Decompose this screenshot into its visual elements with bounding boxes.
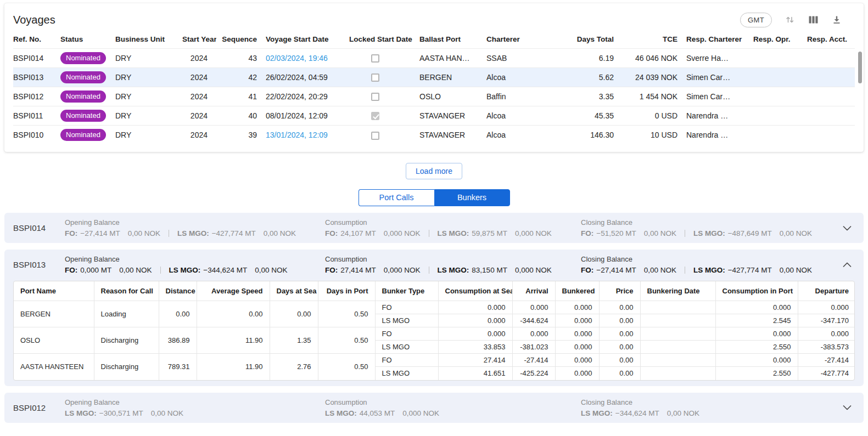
voyage-start-date-cell[interactable]: 22/02/2024, 20:29: [266, 87, 349, 106]
collapse-chevron-icon[interactable]: [843, 262, 852, 267]
section-label: Consumption: [325, 255, 581, 263]
tab-port-calls[interactable]: Port Calls: [359, 189, 434, 206]
locked-start-date-checkbox[interactable]: [371, 54, 379, 63]
sequence-cell: 39: [216, 126, 266, 145]
col-header-ref-no[interactable]: Ref. No.: [13, 31, 60, 49]
bunkers-table-wrap: Port Name Reason for Call Distance Avera…: [4, 280, 864, 386]
locked-start-date-checkbox[interactable]: [371, 73, 379, 82]
consumption-at-sea-cell: 41.651: [438, 367, 512, 380]
locked-start-date-checkbox[interactable]: [371, 93, 379, 101]
vertical-scrollbar[interactable]: [858, 52, 862, 83]
locked-start-date-cell: [349, 106, 419, 126]
locked-start-date-cell: [349, 87, 419, 106]
panel-header-bspi012[interactable]: BSPI012 Opening Balance LS MGO:−300,571 …: [4, 393, 864, 423]
col-header-tce[interactable]: TCE: [623, 31, 686, 49]
balance-entry: LS MGO:59,875 MT0,000 NOK: [421, 229, 552, 237]
tce-cell: 24 039 NOK: [623, 68, 686, 87]
section-label: Consumption: [325, 218, 581, 227]
col-header-sequence[interactable]: Sequence: [216, 31, 266, 49]
download-icon[interactable]: [832, 15, 842, 25]
section-label: Opening Balance: [65, 255, 325, 263]
col-header-status[interactable]: Status: [60, 31, 115, 49]
col-header-resp-charterer[interactable]: Resp. Charterer: [686, 31, 753, 49]
voyage-row[interactable]: BSPI012 Nominated DRY 2024 41 22/02/2024…: [13, 87, 855, 106]
card-header: Voyages GMT: [13, 3, 855, 29]
balance-entry: LS MGO:−344,624 MT0,00 NOK: [152, 266, 288, 274]
opening-balance-section: Opening Balance LS MGO:−300,571 MT0,00 N…: [65, 398, 325, 417]
resp-opr-cell: [753, 126, 807, 145]
resp-opr-cell: [753, 106, 807, 126]
voyage-row[interactable]: BSPI010 Nominated DRY 2024 39 13/01/2024…: [13, 126, 855, 145]
voyage-ref-link[interactable]: BSPI010: [13, 126, 60, 145]
panel-ref: BSPI014: [13, 223, 65, 233]
voyage-ref-link[interactable]: BSPI013: [13, 68, 60, 87]
status-badge: Nominated: [60, 71, 106, 83]
col-header-locked-start-date[interactable]: Locked Start Date: [349, 31, 419, 49]
col-header-days-total[interactable]: Days Total: [547, 31, 623, 49]
panel-header-bspi013[interactable]: BSPI013 Opening Balance FO:0,000 MT0,00 …: [4, 250, 864, 280]
col-header-business-unit[interactable]: Business Unit: [115, 31, 182, 49]
voyage-row[interactable]: BSPI011 Nominated DRY 2024 40 08/01/2024…: [13, 106, 855, 126]
bunkering-date-cell: [640, 341, 715, 354]
consumption-in-port-cell: 0.000: [715, 327, 798, 341]
expand-chevron-icon[interactable]: [843, 225, 852, 230]
voyage-start-date-cell[interactable]: 02/03/2024, 19:46: [266, 49, 349, 68]
sort-icon[interactable]: [785, 15, 795, 25]
arrival-cell: -344.624: [512, 314, 555, 327]
consumption-in-port-cell: 2.550: [715, 367, 798, 380]
columns-icon[interactable]: [808, 15, 819, 25]
load-more-button[interactable]: Load more: [406, 163, 462, 179]
locked-start-date-checkbox[interactable]: [371, 132, 379, 140]
departure-cell: -427.774: [798, 367, 855, 380]
voyage-row[interactable]: BSPI013 Nominated DRY 2024 42 26/02/2024…: [13, 68, 855, 87]
price-cell: 0.00: [599, 354, 640, 367]
col-header-resp-opr[interactable]: Resp. Opr.: [753, 31, 807, 49]
section-label: Closing Balance: [581, 398, 855, 406]
col-header-departure: Departure: [798, 281, 855, 301]
bunkering-date-cell: [640, 301, 715, 314]
balance-entry: LS MGO:44,053 MT0,000 NOK: [325, 409, 439, 417]
status-cell: Nominated: [60, 49, 115, 68]
resp-acct-cell: [807, 87, 855, 106]
page-title: Voyages: [13, 14, 55, 26]
col-header-voyage-start-date[interactable]: Voyage Start Date: [266, 31, 349, 49]
arrival-cell: -27.414: [512, 354, 555, 367]
col-header-bunker-type: Bunker Type: [375, 281, 438, 301]
start-year-cell: 2024: [182, 126, 216, 145]
locked-start-date-checkbox[interactable]: [371, 112, 379, 120]
resp-charterer-cell: Simen Car…: [686, 87, 753, 106]
tab-bunkers[interactable]: Bunkers: [434, 189, 510, 206]
balance-entry: LS MGO:−344,624 MT0,00 NOK: [581, 409, 699, 417]
balance-entry: FO:−51,520 MT0,00 NOK: [581, 229, 676, 237]
voyage-row[interactable]: BSPI014 Nominated DRY 2024 43 02/03/2024…: [13, 49, 855, 68]
balance-entry: FO:−27,414 MT0,00 NOK: [65, 229, 160, 237]
col-header-resp-acct[interactable]: Resp. Acct.: [807, 31, 855, 49]
days-total-cell: 146.30: [547, 126, 623, 145]
average-speed-cell: 11.90: [197, 354, 270, 380]
resp-charterer-cell: Narendra …: [686, 126, 753, 145]
port-name-cell: AASTA HANSTEEN: [14, 354, 94, 380]
voyage-start-date-cell[interactable]: 08/01/2024, 12:09: [266, 106, 349, 126]
charterer-cell: Baffin: [486, 87, 547, 106]
charterer-cell: Alcoa: [486, 126, 547, 145]
col-header-ballast-port[interactable]: Ballast Port: [419, 31, 486, 49]
voyage-ref-link[interactable]: BSPI012: [13, 87, 60, 106]
panel-ref: BSPI013: [13, 260, 65, 269]
expand-chevron-icon[interactable]: [843, 405, 852, 410]
business-unit-cell: DRY: [115, 68, 182, 87]
voyage-start-date-cell[interactable]: 13/01/2024, 12:09: [266, 126, 349, 145]
col-header-start-year[interactable]: Start Year: [182, 31, 216, 49]
price-cell: 0.00: [599, 301, 640, 314]
panel-header-bspi014[interactable]: BSPI014 Opening Balance FO:−27,414 MT0,0…: [4, 213, 864, 243]
section-label: Closing Balance: [581, 218, 855, 227]
voyage-start-date-cell[interactable]: 26/02/2024, 04:59: [266, 68, 349, 87]
voyage-ref-link[interactable]: BSPI014: [13, 49, 60, 68]
sequence-cell: 42: [216, 68, 266, 87]
col-header-charterer[interactable]: Charterer: [486, 31, 547, 49]
voyage-ref-link[interactable]: BSPI011: [13, 106, 60, 126]
tce-cell: 10 USD: [623, 126, 686, 145]
timezone-button[interactable]: GMT: [740, 13, 772, 27]
col-header-consumption-in-port: Consumption in Port: [715, 281, 798, 301]
detail-tabs: Port Calls Bunkers: [0, 189, 868, 206]
charterer-cell: Alcoa: [486, 106, 547, 126]
